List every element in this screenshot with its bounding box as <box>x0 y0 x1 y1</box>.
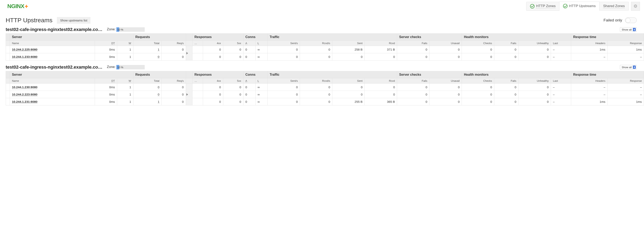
settings-button[interactable]: ⚙ <box>631 2 640 11</box>
col-health-monitors[interactable]: Health monitors <box>462 71 571 78</box>
cell-unhealthy: 0 <box>518 91 551 98</box>
subcol-total[interactable]: Total <box>133 78 162 84</box>
cell-total[interactable]: 0 <box>133 53 162 60</box>
show-all-select[interactable]: Show all ▲▼ <box>620 65 637 70</box>
col-server-checks[interactable]: Server checks <box>397 71 462 78</box>
cell-conns-l: ∞ <box>256 98 268 106</box>
subcol-total[interactable]: Total <box>133 41 162 46</box>
subcol-last[interactable]: Last <box>551 78 571 84</box>
subcol-unhealthy[interactable]: Unhealthy <box>518 78 551 84</box>
zone-percent-text: 10 % <box>117 28 123 31</box>
col-expander <box>186 34 192 41</box>
subcol-hfails[interactable]: Fails <box>494 41 518 46</box>
cell-rcvd: 0 <box>365 91 397 98</box>
subcol-name[interactable]: Name <box>10 41 95 46</box>
expand-responses-cell[interactable] <box>186 84 192 106</box>
server-name-cell[interactable]: 10.244.1.233:8080 <box>10 53 95 60</box>
subcol-l[interactable]: L <box>256 78 268 84</box>
subcol-unavail[interactable]: Unavail <box>430 41 462 46</box>
app-header: NGINX+ HTTP Zones HTTP Upstreams Shared … <box>0 0 644 13</box>
subcol-name[interactable]: Name <box>10 78 95 84</box>
col-traffic[interactable]: Traffic <box>268 71 397 78</box>
subcol-a[interactable]: A <box>243 41 256 46</box>
subcol-a[interactable]: A <box>243 78 256 84</box>
subcol-fails[interactable]: Fails <box>397 41 430 46</box>
col-requests[interactable]: Requests <box>133 71 186 78</box>
nav-http-zones[interactable]: HTTP Zones <box>526 2 560 11</box>
cell-w: 1 <box>117 91 133 98</box>
subcol-4xx[interactable]: 4xx <box>203 41 223 46</box>
nav-shared-zones[interactable]: Shared Zones <box>599 2 628 10</box>
subcol-last[interactable]: Last <box>551 41 571 46</box>
subcol-dt[interactable]: DT <box>95 41 117 46</box>
subcol-response[interactable]: Response <box>607 78 644 84</box>
subcol-w[interactable]: W <box>117 41 133 46</box>
cell-headers: 1ms <box>571 46 608 53</box>
cell-conns-a: 0 <box>243 98 256 106</box>
zone-indicator: Zone: 10 % <box>107 65 145 70</box>
col-traffic[interactable]: Traffic <box>268 34 397 41</box>
col-server-checks[interactable]: Server checks <box>397 34 462 41</box>
col-conns[interactable]: Conns <box>243 34 268 41</box>
nav-http-upstreams[interactable]: HTTP Upstreams <box>559 2 600 11</box>
subcol-l[interactable]: L <box>256 41 268 46</box>
subcol-w[interactable]: W <box>117 78 133 84</box>
col-response-time[interactable]: Response time <box>571 34 644 41</box>
subcol-headers[interactable]: Headers <box>571 78 608 84</box>
subcol-dots[interactable]: … <box>192 41 203 46</box>
subcol-rcvds[interactable]: Rcvd/s <box>300 41 332 46</box>
subcol-response[interactable]: Response <box>607 41 644 46</box>
cell-reqs: 0 <box>162 91 186 98</box>
cell-4xx: 0 <box>203 46 223 53</box>
subcol-hfails[interactable]: Fails <box>494 78 518 84</box>
cell-total[interactable]: 0 <box>133 91 162 98</box>
total-value: 0 <box>158 55 159 59</box>
subcol-dt[interactable]: DT <box>95 78 117 84</box>
subcol-checks[interactable]: Checks <box>462 41 494 46</box>
subcol-sent[interactable]: Sent <box>332 78 365 84</box>
subcol-checks[interactable]: Checks <box>462 78 494 84</box>
server-address: 10.244.1.233:8080 <box>12 55 38 59</box>
subcol-sents[interactable]: Sent/s <box>268 41 300 46</box>
expand-responses-cell[interactable] <box>186 46 192 60</box>
subcol-rcvd[interactable]: Rcvd <box>365 78 397 84</box>
server-name-cell[interactable]: 10.244.1.230:8080 <box>10 84 95 91</box>
show-all-label: Show all <box>622 66 632 69</box>
server-name-cell[interactable]: 10.244.1.231:8080 <box>10 98 95 106</box>
cell-hfails: 0 <box>494 98 518 106</box>
subcol-rcvds[interactable]: Rcvd/s <box>300 78 332 84</box>
cell-conns-a: 0 <box>243 53 256 60</box>
subcol-sent[interactable]: Sent <box>332 41 365 46</box>
server-name-cell[interactable]: 10.244.2.225:8080 <box>10 46 95 53</box>
subcol-reqs[interactable]: Req/s <box>162 78 186 84</box>
show-upstreams-list-button[interactable]: Show upstreams list <box>57 17 90 24</box>
col-requests[interactable]: Requests <box>133 34 186 41</box>
subcol-unavail[interactable]: Unavail <box>430 78 462 84</box>
subcol-sents[interactable]: Sent/s <box>268 78 300 84</box>
subcol-4xx[interactable]: 4xx <box>203 78 223 84</box>
subcol-fails[interactable]: Fails <box>397 78 430 84</box>
subcol-dots[interactable]: … <box>192 78 203 84</box>
subcol-headers[interactable]: Headers <box>571 41 608 46</box>
col-server[interactable]: Server <box>10 71 133 78</box>
col-response-time[interactable]: Response time <box>571 71 644 78</box>
col-health-monitors[interactable]: Health monitors <box>462 34 571 41</box>
subcol-rcvd[interactable]: Rcvd <box>365 41 397 46</box>
server-name-cell[interactable]: 10.244.2.223:8080 <box>10 91 95 98</box>
subcol-5xx[interactable]: 5xx <box>223 41 243 46</box>
subcol-unhealthy[interactable]: Unhealthy <box>518 41 551 46</box>
subcol-5xx[interactable]: 5xx <box>223 78 243 84</box>
cell-total[interactable]: 1 <box>133 98 162 106</box>
cell-total[interactable]: 0 <box>133 84 162 91</box>
show-all-select[interactable]: Show all ▲▼ <box>620 27 637 32</box>
logo-text: NGINX <box>7 3 24 10</box>
cell-total[interactable]: 1 <box>133 46 162 53</box>
col-conns[interactable]: Conns <box>243 71 268 78</box>
server-address: 10.244.2.225:8080 <box>12 48 38 52</box>
cell-unavail: 0 <box>430 46 462 53</box>
col-responses[interactable]: Responses <box>192 71 243 78</box>
subcol-reqs[interactable]: Req/s <box>162 41 186 46</box>
col-responses[interactable]: Responses <box>192 34 243 41</box>
col-server[interactable]: Server <box>10 34 133 41</box>
failed-only-toggle[interactable] <box>625 18 637 23</box>
